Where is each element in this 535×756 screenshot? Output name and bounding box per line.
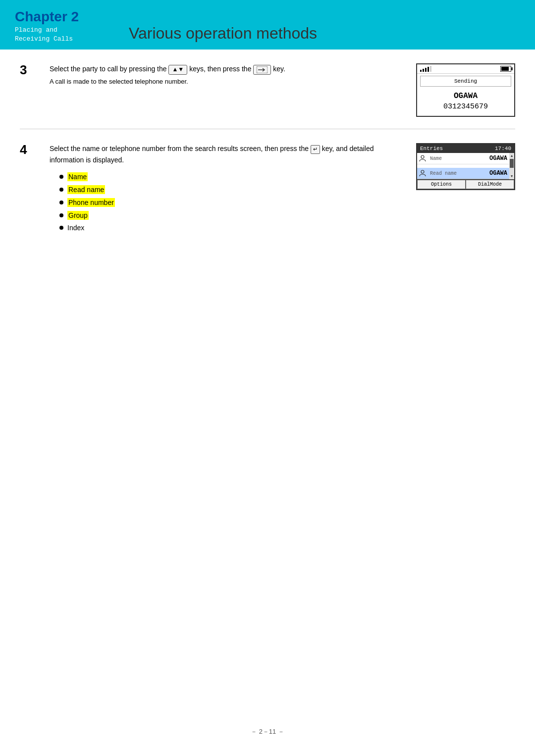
chapter-subtitle: Placing and Receiving Calls	[15, 26, 124, 44]
page-number: － 2－11 －	[251, 728, 284, 735]
dialmode-button[interactable]: DialMode	[466, 180, 514, 189]
step-3-subtext: A call is made to the selected telephone…	[50, 78, 406, 85]
page-header: Chapter 2 Placing and Receiving Calls Va…	[0, 0, 535, 50]
bullet-dot	[59, 175, 63, 179]
item-group-label: Group	[67, 211, 89, 220]
arrow-keys-icon: ▲▼	[168, 65, 187, 75]
scroll-thumb	[510, 159, 514, 168]
step-3-text: Select the party to call by pressing the…	[50, 63, 406, 74]
page-footer: － 2－11 －	[0, 727, 535, 736]
send-key-icon	[253, 65, 271, 75]
phone-status-bar-3	[417, 64, 514, 74]
enter-key-icon: ↵	[311, 145, 320, 154]
phone-screen-3: Sending OGAWA 0312345679	[416, 63, 515, 117]
read-name-field-label: Read name	[430, 171, 487, 176]
read-name-field-value: OGAWA	[489, 170, 509, 177]
step-4-content: Select the name or telephone number from…	[50, 141, 406, 236]
chapter-title: Chapter 2	[15, 9, 124, 25]
content-area: 3 Select the party to call by pressing t…	[0, 50, 535, 248]
battery-icon-3	[500, 66, 511, 72]
entries-bar: Entries 17:40	[417, 144, 514, 153]
step-4-number: 4	[20, 141, 40, 236]
page-title: Various operation methods	[129, 24, 317, 44]
scrollbar-bottom: ▼	[509, 168, 514, 179]
person-icon-name	[417, 153, 428, 164]
list-item-phone-number: Phone number	[59, 198, 406, 207]
item-read-name-label: Read name	[67, 185, 105, 194]
options-button[interactable]: Options	[417, 180, 466, 189]
list-item-read-name: Read name	[59, 185, 406, 194]
entry-row-name: Name OGAWA ▲	[417, 153, 514, 168]
phone-screen-4: Entries 17:40	[416, 143, 515, 190]
step-3-phone: Sending OGAWA 0312345679	[416, 61, 515, 117]
list-item-name: Name	[59, 172, 406, 181]
bullet-dot	[59, 226, 63, 230]
item-phone-number-label: Phone number	[67, 198, 115, 207]
bullet-dot	[59, 201, 63, 204]
step-4-text: Select the name or telephone number from…	[50, 143, 406, 165]
entries-label: Entries	[420, 146, 443, 151]
bullet-dot	[59, 188, 63, 192]
sending-label: Sending	[420, 76, 511, 87]
phone-number-display-3: 0312345679	[417, 101, 514, 116]
scroll-down-arrow: ▼	[511, 174, 513, 178]
step-4-phone: Entries 17:40	[416, 141, 515, 236]
scrollbar: ▲	[509, 153, 514, 168]
options-bar: Options DialMode	[417, 179, 514, 189]
step-3-number: 3	[20, 61, 40, 117]
name-field-label: Name	[430, 156, 487, 161]
list-item-group: Group	[59, 211, 406, 220]
bullet-list-4: Name Read name Phone number Group Index	[59, 172, 406, 232]
bullet-dot	[59, 213, 63, 217]
phone-name-display-3: OGAWA	[417, 89, 514, 101]
step-3-row: 3 Select the party to call by pressing t…	[20, 50, 515, 129]
step-3-content: Select the party to call by pressing the…	[50, 61, 406, 117]
svg-point-2	[421, 155, 424, 158]
entries-time: 17:40	[495, 146, 511, 151]
signal-icon	[420, 66, 431, 72]
person-icon-read-name	[417, 168, 428, 179]
entry-row-read-name: Read name OGAWA ▼	[417, 168, 514, 179]
item-name-label: Name	[67, 172, 88, 181]
name-field-value: OGAWA	[489, 155, 509, 162]
svg-point-3	[421, 170, 424, 173]
header-left: Chapter 2 Placing and Receiving Calls	[15, 9, 124, 44]
step-4-row: 4 Select the name or telephone number fr…	[20, 129, 515, 248]
item-index-label: Index	[67, 224, 84, 232]
scroll-up-arrow: ▲	[511, 154, 513, 158]
list-item-index: Index	[59, 224, 406, 232]
